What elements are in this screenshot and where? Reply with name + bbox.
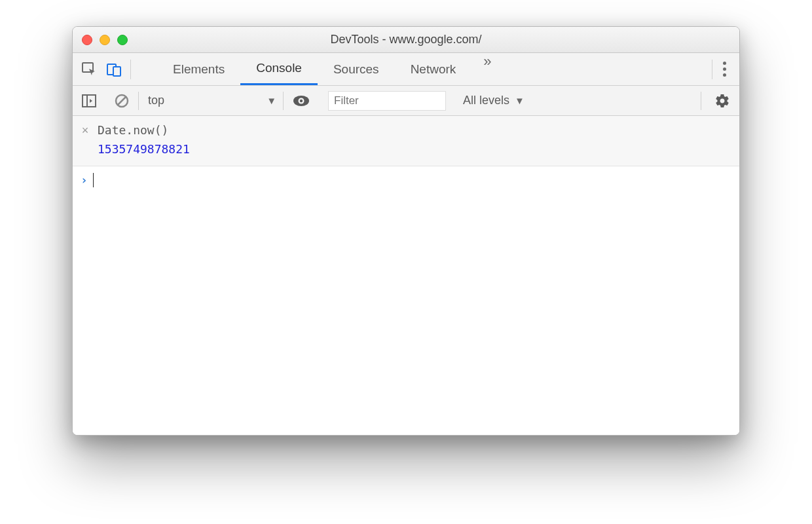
delete-history-icon[interactable]: × [79, 121, 91, 140]
live-expression-icon[interactable] [293, 95, 310, 107]
execution-context-select[interactable]: top ▼ [139, 86, 283, 115]
svg-line-6 [118, 97, 126, 105]
chevron-down-icon: ▼ [267, 95, 276, 106]
tabs-overflow-button[interactable]: » [471, 53, 503, 85]
console-result-text: 1535749878821 [79, 140, 190, 159]
console-input-text: Date.now() [98, 121, 168, 140]
console-prompt[interactable]: › [73, 166, 739, 194]
devtools-window: DevTools - www.google.com/ Elements Cons… [72, 26, 740, 436]
console-body: × Date.now() 1535749878821 › [73, 116, 739, 435]
show-console-sidebar-icon[interactable] [82, 94, 96, 107]
chevron-down-icon: ▼ [515, 95, 525, 106]
tab-label: Elements [173, 62, 225, 77]
separator [701, 92, 701, 110]
close-window-button[interactable] [82, 35, 92, 45]
chevron-right-double-icon: » [483, 53, 491, 69]
tab-sources[interactable]: Sources [318, 53, 395, 85]
clear-console-icon[interactable] [115, 94, 129, 108]
text-caret [93, 173, 94, 187]
tab-console[interactable]: Console [240, 53, 318, 85]
zoom-window-button[interactable] [117, 35, 128, 45]
filter-input[interactable] [328, 91, 446, 111]
separator [130, 60, 131, 79]
context-label: top [148, 94, 164, 107]
log-levels-select[interactable]: All levels ▼ [455, 86, 532, 115]
inspect-element-icon[interactable] [82, 62, 98, 77]
levels-label: All levels [463, 94, 509, 107]
console-history-entry: × Date.now() 1535749878821 [73, 116, 739, 166]
svg-rect-3 [83, 95, 96, 107]
console-settings-icon[interactable] [714, 93, 730, 109]
tab-elements[interactable]: Elements [157, 53, 240, 85]
svg-rect-2 [113, 67, 120, 76]
window-controls [82, 35, 128, 45]
minimize-window-button[interactable] [100, 35, 110, 45]
tab-label: Console [256, 61, 302, 75]
panel-tabbar: Elements Console Sources Network » [73, 53, 739, 86]
tab-label: Sources [333, 62, 379, 77]
more-options-button[interactable] [719, 62, 730, 77]
tab-label: Network [411, 62, 456, 77]
svg-point-9 [300, 99, 303, 102]
prompt-chevron-icon: › [81, 173, 88, 187]
device-toolbar-icon[interactable] [107, 62, 121, 77]
console-toolbar: top ▼ All levels ▼ [73, 86, 739, 116]
tab-network[interactable]: Network [395, 53, 472, 85]
titlebar: DevTools - www.google.com/ [73, 27, 739, 53]
separator [712, 60, 712, 79]
window-title: DevTools - www.google.com/ [73, 33, 739, 47]
